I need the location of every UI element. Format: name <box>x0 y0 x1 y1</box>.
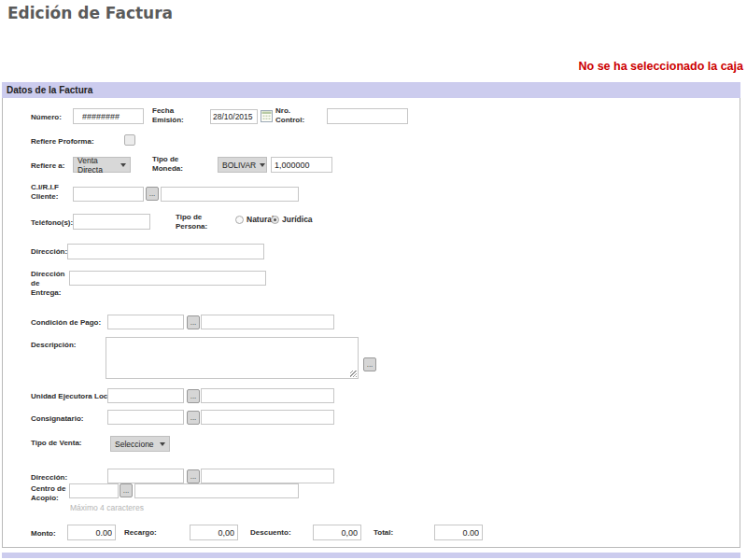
section-header-label: Datos de la Factura <box>7 85 92 95</box>
tipo-venta-select[interactable]: Seleccione <box>110 436 170 452</box>
descripcion-textarea[interactable] <box>106 337 359 379</box>
centro-acopio-nombre-input[interactable] <box>134 483 299 498</box>
descuento-label: Descuento: <box>250 528 291 538</box>
condicion-pago-lookup-button[interactable]: ... <box>187 315 200 329</box>
cirif-cliente-code-input[interactable] <box>73 187 144 202</box>
next-section-bar <box>2 553 740 558</box>
telefonos-input[interactable] <box>73 214 150 230</box>
telefonos-label: Teléfono(s): <box>31 218 73 228</box>
fecha-emision-label: Fecha Emisión: <box>152 106 197 125</box>
total-input[interactable] <box>434 525 483 540</box>
fecha-emision-input[interactable] <box>210 109 258 124</box>
tasa-cambio-input[interactable] <box>271 157 332 173</box>
centro-acopio-hint: Máximo 4 caracteres <box>70 503 144 512</box>
tipo-persona-label: Tipo de Persona: <box>176 213 222 231</box>
condicion-pago-desc-input[interactable] <box>201 315 334 329</box>
descripcion-lookup-button[interactable]: ... <box>363 357 376 371</box>
dropdown-arrow-icon <box>160 442 165 446</box>
direccion-entrega-input[interactable] <box>69 271 266 286</box>
numero-input[interactable] <box>73 108 144 124</box>
unidad-ejecutora-lookup-button[interactable]: ... <box>187 389 200 403</box>
dropdown-arrow-icon <box>120 163 126 167</box>
cirif-cliente-lookup-button[interactable]: ... <box>146 187 159 201</box>
centro-acopio-code-input[interactable] <box>69 483 119 498</box>
tipo-venta-select-value: Seleccione <box>115 440 154 449</box>
direccion-fiscal-label: Dirección: <box>31 473 67 483</box>
descuento-input[interactable] <box>313 525 361 540</box>
tipo-moneda-select-value: BOLIVAR <box>222 161 256 170</box>
consignatario-nombre-input[interactable] <box>201 410 334 425</box>
numero-label: Número: <box>31 113 62 122</box>
centro-acopio-lookup-button[interactable]: ... <box>120 483 133 497</box>
tipo-venta-label: Tipo de Venta: <box>31 439 82 448</box>
descripcion-label: Descripción: <box>31 341 76 350</box>
refiere-a-select[interactable]: Venta Directa <box>73 157 131 173</box>
consignatario-label: Consignatario: <box>31 414 83 424</box>
refiere-proforma-label: Refiere Proforma: <box>31 137 94 147</box>
condicion-pago-code-input[interactable] <box>107 315 184 329</box>
centro-acopio-label: Centro de Acopio: <box>31 484 74 503</box>
refiere-proforma-checkbox[interactable] <box>124 134 135 146</box>
monto-input[interactable] <box>67 525 116 540</box>
resize-grip-icon[interactable] <box>350 371 357 377</box>
cirif-cliente-label: C.I/R.I.F Cliente: <box>31 183 74 202</box>
warning-message: No se ha seleccionado la caja <box>579 60 743 73</box>
unidad-ejecutora-label: Unidad Ejecutora Local: <box>31 392 117 401</box>
monto-label: Monto: <box>31 529 56 539</box>
direccion-fiscal-desc-input[interactable] <box>201 469 334 483</box>
radio-natural-label[interactable]: Natural <box>247 215 274 224</box>
refiere-a-select-value: Venta Directa <box>78 156 117 175</box>
condicion-pago-label: Condición de Pago: <box>31 318 101 328</box>
radio-natural[interactable] <box>235 216 244 224</box>
consignatario-code-input[interactable] <box>107 410 184 425</box>
radio-juridica[interactable] <box>271 216 279 224</box>
recargo-label: Recargo: <box>124 528 157 538</box>
recargo-input[interactable] <box>190 525 238 540</box>
direccion-label: Dirección: <box>31 247 67 257</box>
radio-juridica-label[interactable]: Jurídica <box>282 215 313 224</box>
direccion-entrega-label: Dirección de Entrega: <box>31 270 66 298</box>
total-label: Total: <box>374 528 393 538</box>
unidad-ejecutora-nombre-input[interactable] <box>201 388 334 403</box>
cirif-cliente-nombre-input[interactable] <box>161 187 299 202</box>
nro-control-input[interactable] <box>327 108 408 124</box>
page-title: Edición de Factura <box>7 4 173 22</box>
direccion-input[interactable] <box>67 244 264 259</box>
calendar-icon[interactable] <box>261 110 273 122</box>
direccion-fiscal-code-input[interactable] <box>107 469 184 483</box>
dropdown-arrow-icon <box>260 163 265 167</box>
unidad-ejecutora-code-input[interactable] <box>107 388 184 403</box>
refiere-a-label: Refiere a: <box>31 161 64 171</box>
tipo-moneda-select[interactable]: BOLIVAR <box>218 157 267 173</box>
tipo-moneda-label: Tipo de Moneda: <box>152 155 199 174</box>
nro-control-label: Nro. Control: <box>275 106 315 125</box>
direccion-fiscal-lookup-button[interactable]: ... <box>187 469 200 483</box>
consignatario-lookup-button[interactable]: ... <box>187 411 200 425</box>
section-header: Datos de la Factura <box>2 82 740 98</box>
